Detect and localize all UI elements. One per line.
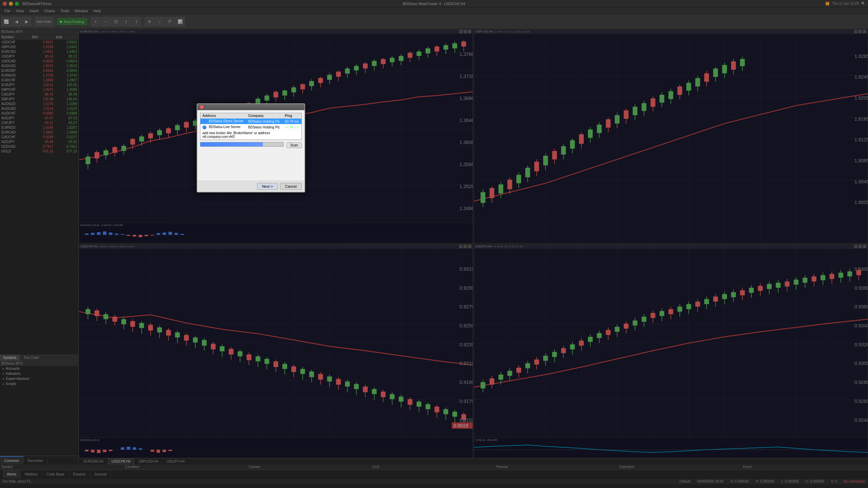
server-demo-icon	[202, 119, 206, 123]
dialog-footer: Next > Cancel	[197, 181, 304, 192]
server-dialog: Address Company Ping BDSwiss-Demo Server…	[197, 103, 305, 192]
server-live-icon	[202, 125, 206, 129]
server-live-company: BDSwiss Holding Plc	[246, 124, 283, 130]
server-col-ping: Ping	[283, 113, 301, 119]
add-broker-text: add new broker like 'BrokerName' or addr…	[200, 130, 301, 139]
server-row-add-broker[interactable]: add new broker like 'BrokerName' or addr…	[200, 130, 301, 139]
dialog-empty-area	[200, 151, 302, 178]
server-col-address: Address	[200, 113, 246, 119]
server-live-ping: 64.84 ms	[283, 124, 301, 130]
dialog-overlay: Address Company Ping BDSwiss-Demo Server…	[0, 0, 868, 488]
server-live-address: BDSwiss-Live Server	[200, 124, 246, 130]
dialog-body: Address Company Ping BDSwiss-Demo Server…	[197, 110, 304, 181]
scan-progress-bar	[200, 142, 263, 146]
dialog-titlebar	[197, 104, 304, 110]
server-row-live[interactable]: BDSwiss-Live Server BDSwiss Holding Plc …	[200, 124, 301, 130]
server-col-company: Company	[246, 113, 283, 119]
server-table-wrap: Address Company Ping BDSwiss-Demo Server…	[200, 113, 302, 140]
server-table: Address Company Ping BDSwiss-Demo Server…	[200, 113, 301, 140]
server-demo-address: BDSwiss-Demo Server	[200, 119, 246, 124]
server-demo-ping: 63.70 ms	[283, 119, 301, 124]
dialog-close-btn[interactable]	[200, 105, 203, 109]
scan-button[interactable]: Scan	[287, 142, 302, 148]
next-button[interactable]: Next >	[257, 183, 278, 190]
scan-progress-wrap	[200, 142, 284, 147]
cancel-button[interactable]: Cancel	[280, 183, 302, 190]
server-demo-company: BDSwiss Holding Plc	[246, 119, 283, 124]
server-row-demo[interactable]: BDSwiss-Demo Server BDSwiss Holding Plc …	[200, 119, 301, 124]
